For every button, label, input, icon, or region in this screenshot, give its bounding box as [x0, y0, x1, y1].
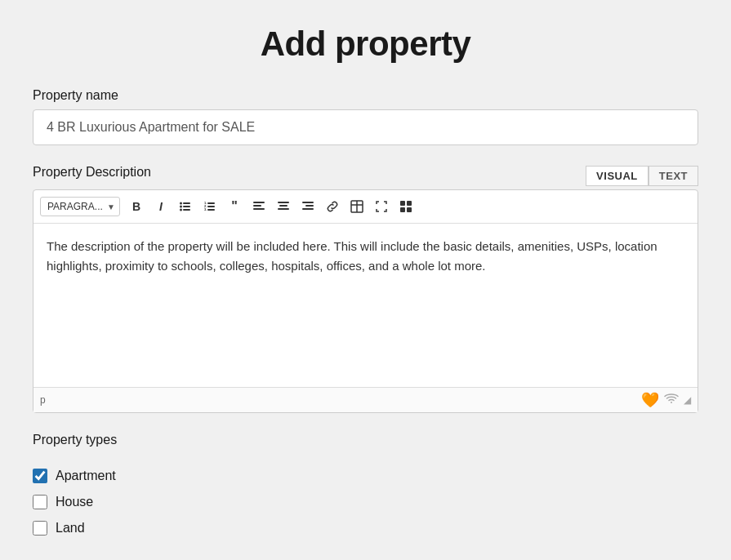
fullscreen-button[interactable] [370, 195, 393, 218]
wifi-icon [664, 393, 679, 407]
svg-text:3.: 3. [204, 207, 207, 211]
property-name-section: Property name [33, 88, 698, 165]
link-button[interactable] [321, 195, 344, 218]
bullet-list-button[interactable] [174, 195, 197, 218]
list-item: Apartment [33, 469, 698, 483]
svg-point-4 [180, 209, 182, 211]
house-label[interactable]: House [56, 495, 93, 509]
svg-rect-27 [407, 207, 412, 212]
property-name-input[interactable] [33, 109, 698, 145]
grid-icon [400, 201, 412, 212]
svg-point-28 [671, 402, 672, 403]
numbered-list-icon: 1. 2. 3. [204, 201, 216, 212]
apartment-checkbox[interactable] [33, 469, 47, 483]
paragraph-select[interactable]: PARAGRA... Heading 1 Heading 2 Heading 3 [40, 197, 120, 216]
list-item: Land [33, 521, 698, 536]
house-checkbox[interactable] [33, 495, 47, 509]
blockquote-button[interactable]: " [223, 195, 246, 218]
table-insert-icon [350, 200, 363, 213]
list-item: House [33, 495, 698, 509]
view-tabs: VISUAL TEXT [586, 166, 698, 186]
align-left-button[interactable] [247, 195, 270, 218]
svg-rect-7 [207, 202, 215, 204]
svg-rect-25 [407, 201, 412, 206]
property-description-section: Property Description VISUAL TEXT PARAGRA… [33, 165, 698, 413]
page-title: Add property [33, 24, 698, 64]
svg-rect-18 [302, 202, 314, 203]
bold-button[interactable]: B [125, 195, 148, 218]
property-description-label: Property Description [33, 165, 151, 180]
svg-rect-14 [253, 208, 265, 210]
svg-point-0 [180, 202, 182, 205]
align-left-icon [253, 202, 265, 211]
svg-rect-17 [278, 208, 289, 210]
svg-rect-16 [279, 205, 287, 207]
editor-toolbar: PARAGRA... Heading 1 Heading 2 Heading 3… [33, 190, 698, 224]
svg-point-2 [180, 206, 182, 208]
svg-rect-20 [302, 208, 314, 210]
land-checkbox[interactable] [33, 521, 47, 536]
bullet-list-icon [180, 201, 191, 212]
resize-handle[interactable]: ◢ [684, 394, 691, 406]
editor-container: PARAGRA... Heading 1 Heading 2 Heading 3… [33, 189, 698, 413]
property-types-section: Property types Apartment House Land [33, 433, 698, 536]
svg-rect-13 [253, 205, 261, 207]
align-right-button[interactable] [296, 195, 319, 218]
align-right-icon [302, 202, 314, 211]
svg-rect-12 [253, 202, 265, 203]
apartment-label[interactable]: Apartment [56, 469, 116, 483]
land-label[interactable]: Land [56, 521, 85, 536]
numbered-list-button[interactable]: 1. 2. 3. [198, 195, 221, 218]
svg-rect-24 [400, 201, 405, 206]
svg-rect-9 [207, 206, 215, 207]
grid-button[interactable] [394, 195, 417, 218]
property-name-label: Property name [33, 88, 698, 103]
property-types-label: Property types [33, 433, 698, 447]
svg-rect-1 [183, 202, 190, 204]
align-center-icon [278, 202, 289, 211]
svg-rect-26 [400, 207, 405, 212]
heart-icon: 🧡 [641, 391, 659, 409]
fullscreen-icon [376, 201, 387, 212]
svg-rect-3 [183, 206, 190, 207]
editor-path-label: p [40, 394, 46, 406]
editor-footer-icons: 🧡 ◢ [641, 391, 691, 409]
svg-rect-5 [183, 209, 190, 211]
editor-footer: p 🧡 ◢ [33, 387, 698, 412]
paragraph-select-wrapper[interactable]: PARAGRA... Heading 1 Heading 2 Heading 3… [40, 197, 120, 216]
svg-rect-15 [278, 202, 289, 203]
text-tab[interactable]: TEXT [649, 166, 698, 186]
italic-button[interactable]: I [149, 195, 172, 218]
svg-rect-11 [207, 209, 215, 211]
visual-tab[interactable]: VISUAL [586, 166, 649, 186]
link-icon [326, 200, 339, 213]
editor-content[interactable]: The description of the property will be … [33, 224, 698, 387]
svg-rect-19 [305, 205, 314, 207]
align-center-button[interactable] [272, 195, 295, 218]
table-insert-button[interactable] [345, 195, 368, 218]
